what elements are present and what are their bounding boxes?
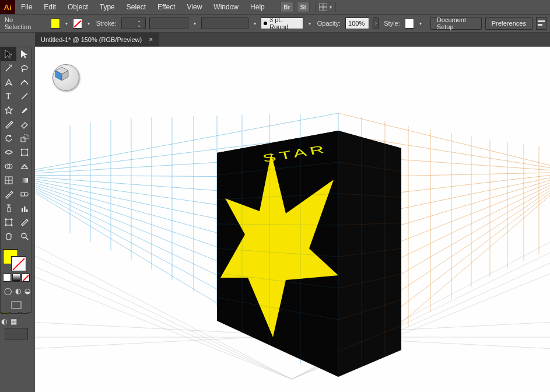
stroke-weight-input[interactable]: ▴▾ [121, 18, 146, 29]
menu-type[interactable]: Type [94, 0, 121, 14]
opacity-more[interactable]: › [373, 18, 380, 29]
swatches-icon[interactable]: ▦ [10, 317, 17, 326]
artboard-tool[interactable] [1, 215, 16, 229]
blend-tool[interactable] [16, 187, 32, 201]
stroke-profile-dropdown[interactable]: 3 pt. Round [261, 18, 303, 29]
lasso-tool[interactable] [16, 61, 32, 75]
vw-profile-caret[interactable]: ▾ [252, 18, 258, 29]
document-tab[interactable]: Untitled-1* @ 150% (RGB/Preview) × [35, 33, 159, 47]
menu-effect[interactable]: Effect [152, 0, 181, 14]
menu-help[interactable]: Help [244, 0, 271, 14]
symbol-sprayer-tool[interactable] [1, 201, 16, 215]
curvature-tool[interactable] [16, 75, 32, 89]
perspective-plane-widget[interactable] [52, 64, 79, 91]
fill-swatch[interactable] [51, 18, 60, 29]
svg-rect-4 [538, 24, 542, 26]
menu-window[interactable]: Window [208, 0, 244, 14]
svg-point-29 [22, 233, 26, 238]
stroke-dropdown[interactable]: ▾ [86, 18, 92, 29]
none-mode-icon[interactable] [22, 274, 30, 282]
svg-marker-93 [338, 131, 401, 377]
svg-rect-11 [22, 149, 27, 155]
color-mode-icon[interactable] [3, 274, 11, 282]
magic-wand-tool[interactable] [1, 61, 16, 75]
zoom-tool[interactable] [16, 229, 32, 243]
stroke-label: Stroke: [95, 20, 118, 27]
canvas[interactable]: STAR [35, 47, 550, 392]
gradient-tool[interactable] [16, 173, 32, 187]
svg-line-30 [26, 237, 28, 240]
brush-def-caret[interactable]: ▾ [192, 18, 198, 29]
gradient-mode-icon[interactable] [12, 274, 20, 282]
hand-tool[interactable] [1, 229, 16, 243]
paintbrush-tool[interactable] [16, 103, 32, 117]
menu-select[interactable]: Select [121, 0, 152, 14]
menu-file[interactable]: File [15, 0, 38, 14]
draw-normal-icon[interactable]: ◯ [4, 287, 12, 295]
eraser-tool[interactable] [16, 117, 32, 131]
perspective-grid-tool[interactable] [16, 159, 32, 173]
align-panel-toggle[interactable] [536, 17, 547, 30]
width-tool[interactable] [1, 145, 16, 159]
draw-behind-icon[interactable]: ◐ [15, 287, 21, 295]
selection-tool[interactable] [1, 47, 16, 61]
slice-tool[interactable] [16, 215, 32, 229]
opacity-input[interactable]: 100% [345, 18, 369, 29]
graphic-style-caret[interactable]: ▾ [418, 18, 423, 29]
svg-point-15 [26, 155, 28, 156]
stock-button[interactable]: St [297, 2, 310, 12]
close-tab-icon[interactable]: × [149, 36, 153, 44]
preferences-button[interactable]: Preferences [485, 17, 533, 30]
tab-strip: Untitled-1* @ 150% (RGB/Preview) × [35, 33, 550, 47]
document-tab-title: Untitled-1* @ 150% (RGB/Preview) [41, 36, 142, 43]
svg-point-23 [24, 192, 27, 196]
fill-dropdown[interactable]: ▾ [64, 18, 69, 29]
shape-tool[interactable] [1, 103, 16, 117]
svg-rect-9 [21, 138, 25, 142]
color-panel-icon[interactable]: ◐ [1, 317, 7, 326]
stroke-color-icon[interactable] [11, 256, 26, 271]
svg-line-8 [22, 93, 27, 99]
screen-mode-button[interactable] [1, 298, 32, 312]
document-setup-button[interactable]: Document Setup [430, 17, 482, 30]
eyedropper-tool[interactable] [1, 187, 16, 201]
artboard-nav[interactable] [5, 328, 28, 340]
column-graph-tool[interactable] [16, 201, 32, 215]
pencil-tool[interactable] [1, 117, 16, 131]
free-transform-tool[interactable] [16, 145, 32, 159]
bridge-button[interactable]: Br [281, 2, 293, 12]
svg-rect-22 [21, 192, 24, 196]
artwork-svg: STAR [35, 47, 550, 392]
menu-edit[interactable]: Edit [38, 0, 62, 14]
pen-tool[interactable] [1, 75, 16, 89]
direct-selection-tool[interactable] [16, 47, 32, 61]
graphic-style-swatch[interactable] [405, 18, 414, 29]
shape-builder-tool[interactable] [1, 159, 16, 173]
svg-rect-28 [6, 219, 12, 225]
arrange-docs-button[interactable]: ▾ [315, 2, 336, 12]
mesh-tool[interactable] [1, 173, 16, 187]
brush-definition-dropdown[interactable] [149, 18, 189, 29]
cube-artwork: STAR [217, 131, 401, 377]
svg-point-12 [20, 149, 22, 150]
svg-point-6 [23, 80, 25, 82]
draw-inside-icon[interactable]: ◒ [24, 287, 30, 295]
app-icon: Ai [0, 0, 15, 14]
menu-object[interactable]: Object [62, 0, 94, 14]
svg-rect-3 [538, 20, 545, 22]
svg-rect-21 [21, 178, 28, 183]
variable-width-profile-field[interactable] [201, 18, 248, 29]
type-tool[interactable]: T [1, 89, 16, 103]
menu-bar: Ai File Edit Object Type Select Effect V… [0, 0, 550, 14]
svg-point-5 [22, 66, 27, 70]
line-tool[interactable] [16, 89, 32, 103]
scale-tool[interactable] [16, 131, 32, 145]
stroke-swatch[interactable] [73, 18, 82, 29]
rotate-tool[interactable] [1, 131, 16, 145]
style-label: Style: [383, 20, 401, 27]
menu-view[interactable]: View [181, 0, 208, 14]
stroke-profile-caret[interactable]: ▾ [307, 18, 313, 29]
fill-stroke-control[interactable] [1, 247, 32, 272]
svg-rect-25 [22, 208, 23, 212]
svg-rect-27 [26, 209, 28, 212]
